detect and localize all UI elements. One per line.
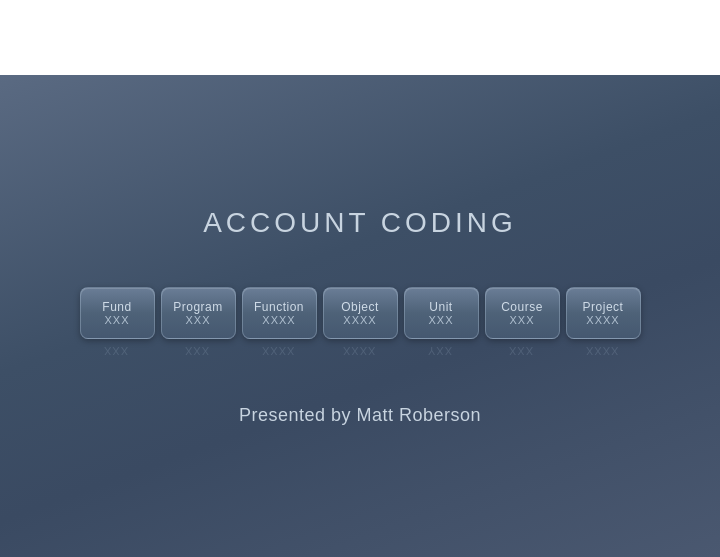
card-label-1: Program (173, 300, 223, 314)
card-value-1: XXX (185, 314, 210, 326)
slide-title: ACCOUNT CODING (203, 207, 517, 239)
account-card-6[interactable]: ProjectXXXX (566, 287, 641, 339)
card-label-0: Fund (102, 300, 131, 314)
card-label-5: Course (501, 300, 543, 314)
account-card-3[interactable]: ObjectXXXX (323, 287, 398, 339)
card-container-1: ProgramXXXXXX (161, 287, 236, 357)
card-reflection-1: XXX (185, 345, 210, 357)
card-value-5: XXX (509, 314, 534, 326)
card-value-4: XXX (428, 314, 453, 326)
cards-row: FundXXXXXXProgramXXXXXXFunctionXXXXXXXXO… (80, 287, 641, 357)
card-value-0: XXX (104, 314, 129, 326)
card-reflection-0: XXX (104, 345, 129, 357)
card-container-0: FundXXXXXX (80, 287, 155, 357)
card-container-2: FunctionXXXXXXXX (242, 287, 317, 357)
card-reflection-4: YXX (428, 345, 453, 357)
account-card-2[interactable]: FunctionXXXX (242, 287, 317, 339)
card-label-2: Function (254, 300, 304, 314)
card-value-3: XXXX (343, 314, 376, 326)
card-reflection-3: XXXX (343, 345, 376, 357)
account-card-1[interactable]: ProgramXXX (161, 287, 236, 339)
main-slide: ACCOUNT CODING FundXXXXXXProgramXXXXXXFu… (0, 75, 720, 557)
card-container-5: CourseXXXXXX (485, 287, 560, 357)
card-value-2: XXXX (262, 314, 295, 326)
slide-wrapper: ACCOUNT CODING FundXXXXXXProgramXXXXXXFu… (0, 0, 720, 557)
card-label-3: Object (341, 300, 379, 314)
account-card-4[interactable]: UnitXXX (404, 287, 479, 339)
card-value-6: XXXX (586, 314, 619, 326)
presenter-text: Presented by Matt Roberson (239, 405, 481, 426)
top-white-bar (0, 0, 720, 75)
card-container-4: UnitXXXYXX (404, 287, 479, 357)
card-reflection-6: XXXX (586, 345, 619, 357)
account-card-5[interactable]: CourseXXX (485, 287, 560, 339)
card-label-6: Project (583, 300, 624, 314)
card-reflection-5: XXX (509, 345, 534, 357)
card-container-6: ProjectXXXXXXXX (566, 287, 641, 357)
account-card-0[interactable]: FundXXX (80, 287, 155, 339)
card-label-4: Unit (429, 300, 452, 314)
card-reflection-2: XXXX (262, 345, 295, 357)
card-container-3: ObjectXXXXXXXX (323, 287, 398, 357)
